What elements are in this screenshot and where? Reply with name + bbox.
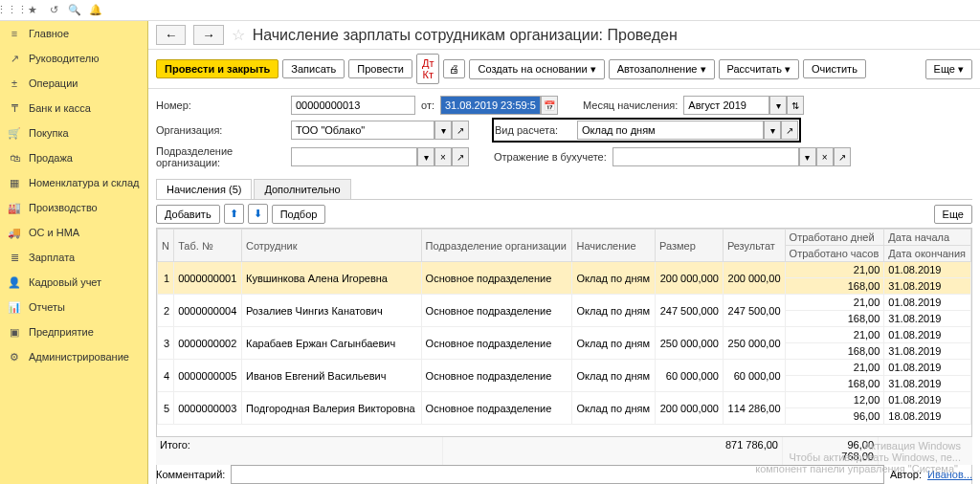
table-row[interactable]: 50000000003Подгородная Валерия Викторовн… bbox=[158, 392, 971, 408]
dropdown-icon[interactable]: ▾ bbox=[417, 147, 434, 166]
sidebar-item-10[interactable]: 👤Кадровый учет bbox=[0, 270, 147, 295]
sidebar-item-label: Зарплата bbox=[29, 252, 75, 263]
pick-button[interactable]: Подбор bbox=[272, 205, 326, 224]
clear-button[interactable]: Очистить bbox=[803, 59, 866, 78]
clear-icon[interactable]: × bbox=[434, 147, 452, 166]
totals-hours: 768,00 bbox=[787, 451, 874, 462]
date-field[interactable] bbox=[440, 96, 541, 115]
dropdown-icon[interactable]: ▾ bbox=[764, 121, 781, 140]
col-n[interactable]: N bbox=[158, 230, 174, 262]
autofill-button[interactable]: Автозаполнение ▾ bbox=[609, 59, 715, 79]
sidebar-item-1[interactable]: ↗Руководителю bbox=[0, 46, 147, 71]
clear-icon[interactable]: × bbox=[816, 147, 834, 166]
add-button[interactable]: Добавить bbox=[156, 205, 220, 224]
sidebar-item-label: Номенклатура и склад bbox=[29, 177, 139, 188]
col-date-end[interactable]: Дата окончания bbox=[884, 246, 971, 262]
sidebar-item-11[interactable]: 📊Отчеты bbox=[0, 295, 147, 319]
col-hours[interactable]: Отработано часов bbox=[785, 246, 884, 262]
col-employee[interactable]: Сотрудник bbox=[242, 230, 422, 262]
create-based-button[interactable]: Создать на основании ▾ bbox=[469, 59, 604, 79]
calc-type-field[interactable] bbox=[577, 121, 764, 140]
post-button[interactable]: Провести bbox=[348, 59, 412, 78]
calc-type-highlight: Вид расчета: ▾ ↗ bbox=[492, 118, 801, 143]
favorite-star-icon[interactable]: ☆ bbox=[232, 26, 245, 44]
col-result[interactable]: Результат bbox=[723, 230, 785, 262]
sidebar-item-13[interactable]: ⚙Администрирование bbox=[0, 344, 147, 369]
open-icon[interactable]: ↗ bbox=[452, 121, 469, 140]
sidebar-item-label: Предприятие bbox=[29, 326, 94, 338]
sidebar-item-7[interactable]: 🏭Производство bbox=[0, 195, 147, 220]
apps-icon[interactable]: ⋮⋮⋮ bbox=[4, 3, 19, 18]
col-tabno[interactable]: Таб. № bbox=[174, 230, 242, 262]
sidebar-icon: 📊 bbox=[8, 300, 21, 314]
month-label: Месяц начисления: bbox=[583, 99, 678, 111]
table-row[interactable]: 40000000005Иванов Евгений ВасильевичОсно… bbox=[158, 360, 971, 376]
tab-additional[interactable]: Дополнительно bbox=[254, 179, 350, 199]
col-accrual[interactable]: Начисление bbox=[572, 230, 656, 262]
sidebar-item-8[interactable]: 🚚ОС и НМА bbox=[0, 220, 147, 245]
dtkt-icon[interactable]: ДтКт bbox=[416, 54, 440, 84]
top-toolbar: ⋮⋮⋮ ★ ↺ 🔍 🔔 bbox=[0, 0, 980, 21]
move-down-button[interactable]: ⬇ bbox=[248, 204, 268, 224]
tab-accruals[interactable]: Начисления (5) bbox=[156, 179, 252, 199]
calculate-button[interactable]: Рассчитать ▾ bbox=[719, 59, 799, 79]
search-icon[interactable]: 🔍 bbox=[67, 3, 82, 18]
document-header: ← → ☆ Начисление зарплаты сотрудникам ор… bbox=[148, 21, 980, 50]
sidebar-icon: ▣ bbox=[8, 325, 21, 339]
month-field[interactable] bbox=[683, 96, 769, 115]
table-row[interactable]: 20000000004Розалиев Чингиз КанатовичОсно… bbox=[158, 295, 971, 311]
subdiv-field[interactable] bbox=[291, 147, 417, 166]
open-icon[interactable]: ↗ bbox=[834, 147, 851, 166]
bell-icon[interactable]: 🔔 bbox=[88, 3, 103, 18]
open-icon[interactable]: ↗ bbox=[452, 147, 469, 166]
number-field[interactable] bbox=[291, 96, 415, 115]
sidebar-item-label: Администрирование bbox=[29, 351, 129, 363]
number-label: Номер: bbox=[156, 99, 285, 111]
sidebar-item-3[interactable]: ₸Банк и касса bbox=[0, 96, 147, 121]
col-date-start[interactable]: Дата начала bbox=[884, 230, 971, 246]
save-button[interactable]: Записать bbox=[282, 59, 345, 78]
sidebar-item-label: Главное bbox=[29, 28, 69, 39]
open-icon[interactable]: ↗ bbox=[781, 121, 798, 140]
history-icon[interactable]: ↺ bbox=[46, 3, 61, 18]
col-size[interactable]: Размер bbox=[656, 230, 724, 262]
dropdown-icon[interactable]: ▾ bbox=[799, 147, 816, 166]
comment-field[interactable] bbox=[231, 465, 884, 484]
table-row[interactable]: 10000000001Кувшинкова Алена ИгоревнаОсно… bbox=[158, 262, 971, 278]
sidebar-item-label: Продажа bbox=[29, 152, 73, 164]
sidebar-item-12[interactable]: ▣Предприятие bbox=[0, 319, 147, 344]
totals-row: Итого: 871 786,00 96,00 768,00 bbox=[156, 436, 972, 465]
sidebar-item-9[interactable]: ≣Зарплата bbox=[0, 245, 147, 270]
move-up-button[interactable]: ⬆ bbox=[224, 204, 244, 224]
sidebar-item-label: Операции bbox=[29, 77, 78, 89]
col-days[interactable]: Отработано дней bbox=[785, 230, 884, 246]
sidebar-item-4[interactable]: 🛒Покупка bbox=[0, 121, 147, 145]
forward-button[interactable]: → bbox=[193, 25, 223, 45]
sidebar-item-6[interactable]: ▦Номенклатура и склад bbox=[0, 170, 147, 195]
sidebar-item-2[interactable]: ±Операции bbox=[0, 71, 147, 96]
sidebar-item-label: Покупка bbox=[29, 127, 69, 139]
table-row[interactable]: 30000000002Карабаев Ержан СагынбаевичОсн… bbox=[158, 327, 971, 343]
star-icon[interactable]: ★ bbox=[25, 3, 40, 18]
month-nav-icon[interactable]: ⇅ bbox=[787, 96, 804, 115]
dropdown-icon[interactable]: ▾ bbox=[434, 121, 452, 140]
author-link[interactable]: Иванов... bbox=[927, 469, 972, 480]
accounting-field[interactable] bbox=[612, 147, 799, 166]
more-button[interactable]: Еще ▾ bbox=[925, 59, 972, 79]
post-and-close-button[interactable]: Провести и закрыть bbox=[156, 59, 278, 78]
print-icon[interactable]: 🖨 bbox=[443, 59, 465, 78]
sidebar-icon: 🏭 bbox=[8, 201, 21, 214]
back-button[interactable]: ← bbox=[156, 25, 186, 45]
page-title: Начисление зарплаты сотрудникам организа… bbox=[253, 27, 678, 44]
sidebar-icon: ≣ bbox=[8, 251, 21, 264]
table-more-button[interactable]: Еще bbox=[934, 205, 972, 224]
org-field[interactable] bbox=[291, 121, 434, 140]
sidebar-item-5[interactable]: 🛍Продажа bbox=[0, 145, 147, 170]
sidebar-icon: ↗ bbox=[8, 52, 21, 65]
sidebar-icon: ≡ bbox=[8, 27, 21, 40]
sidebar-item-label: Руководителю bbox=[29, 53, 99, 64]
dropdown-icon[interactable]: ▾ bbox=[769, 96, 787, 115]
sidebar-item-0[interactable]: ≡Главное bbox=[0, 21, 147, 46]
calendar-icon[interactable]: 📅 bbox=[541, 96, 558, 115]
col-subdiv[interactable]: Подразделение организации bbox=[421, 230, 572, 262]
